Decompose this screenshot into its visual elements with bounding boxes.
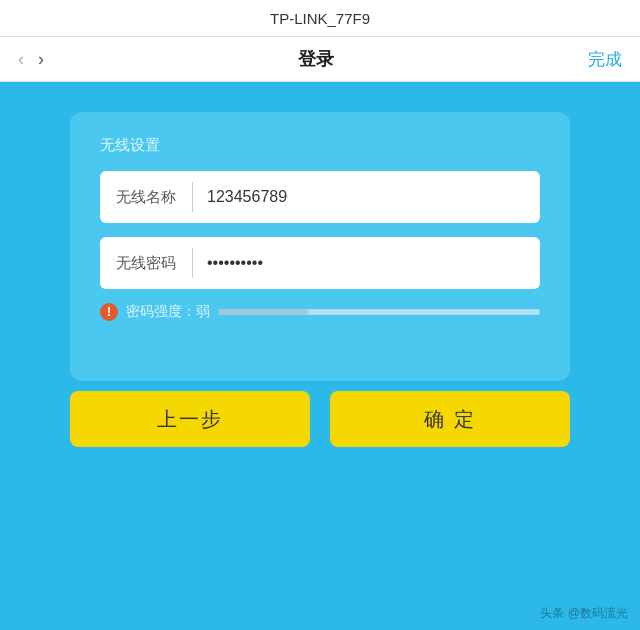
bottom-area: 头条 @数码流光 — [0, 477, 640, 630]
settings-card: 无线设置 无线名称 无线密码 ! 密码强度：弱 — [70, 112, 570, 381]
wifi-password-label: 无线密码 — [100, 254, 192, 273]
button-row: 上一步 确 定 — [70, 391, 570, 447]
back-arrow[interactable]: ‹ — [18, 49, 24, 70]
section-label: 无线设置 — [100, 136, 540, 155]
confirm-button[interactable]: 确 定 — [330, 391, 570, 447]
done-button[interactable]: 完成 — [588, 48, 622, 71]
strength-warning-icon: ! — [100, 303, 118, 321]
wifi-name-input[interactable] — [193, 171, 540, 223]
strength-text: 密码强度：弱 — [126, 303, 210, 321]
page-title: 登录 — [298, 47, 334, 71]
strength-bar — [218, 309, 540, 315]
top-bar: TP-LINK_77F9 — [0, 0, 640, 37]
wifi-password-input[interactable] — [193, 237, 540, 289]
strength-row: ! 密码强度：弱 — [100, 303, 540, 321]
main-content: 无线设置 无线名称 无线密码 ! 密码强度：弱 上一步 确 定 — [0, 82, 640, 477]
nav-bar: ‹ › 登录 完成 — [0, 37, 640, 82]
forward-arrow[interactable]: › — [38, 49, 44, 70]
wifi-password-row: 无线密码 — [100, 237, 540, 289]
strength-bar-fill — [218, 309, 308, 315]
wifi-name-row: 无线名称 — [100, 171, 540, 223]
back-button[interactable]: 上一步 — [70, 391, 310, 447]
network-name: TP-LINK_77F9 — [270, 10, 370, 27]
nav-arrows: ‹ › — [18, 49, 44, 70]
watermark: 头条 @数码流光 — [540, 605, 628, 622]
wifi-name-label: 无线名称 — [100, 188, 192, 207]
